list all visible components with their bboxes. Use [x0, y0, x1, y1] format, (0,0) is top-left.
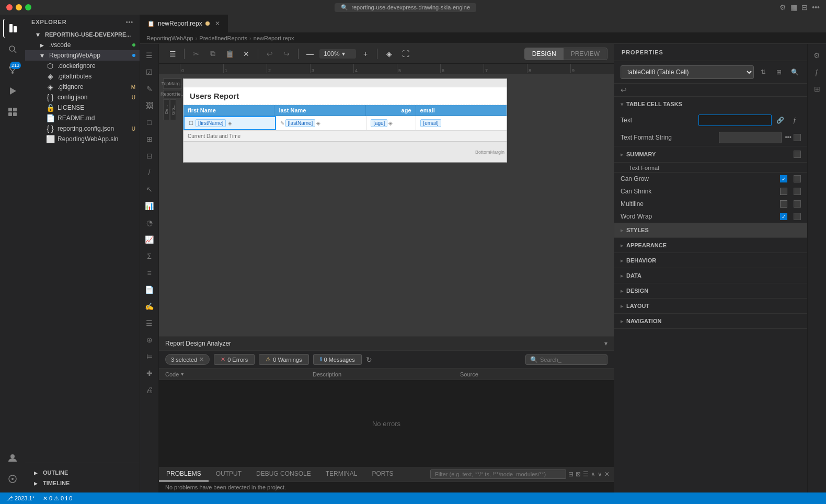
sidebar-item-license[interactable]: 🔒 LICENSE [25, 102, 140, 113]
tool-cursor-icon[interactable]: ↖ [142, 182, 157, 197]
sidebar-timeline[interactable]: ▸ TIMELINE [31, 478, 133, 488]
sidebar-item-reporting-config[interactable]: { } reporting.config.json U [25, 123, 140, 134]
fullscreen-button[interactable]: ⛶ [398, 47, 413, 61]
tab-output[interactable]: OUTPUT [209, 467, 249, 482]
split-icon[interactable]: ⊟ [801, 3, 808, 12]
chevron-down-icon[interactable]: ∨ [598, 471, 602, 478]
data-cell-email[interactable]: [email] [416, 116, 507, 130]
warnings-filter-btn[interactable]: ⚠ 0 Warnings [259, 354, 308, 365]
tab-terminal[interactable]: TERMINAL [318, 467, 365, 482]
text-input[interactable] [698, 114, 772, 126]
section-design-header[interactable]: ▸ DESIGN [614, 283, 807, 298]
undo-icon[interactable]: ↩ [621, 86, 627, 94]
zoom-selector[interactable]: 100% ▾ [319, 49, 356, 59]
tab-problems[interactable]: PROBLEMS [159, 467, 209, 482]
properties-object-select[interactable]: tableCell8 (Table Cell) [621, 65, 754, 79]
tool-sigma-icon[interactable]: Σ [142, 249, 157, 264]
selected-filter-chip[interactable]: 3 selected ✕ [165, 354, 210, 365]
hamburger-button[interactable]: ☰ [165, 47, 180, 61]
clear-icon[interactable]: ⊠ [576, 471, 581, 478]
section-appearance-header[interactable]: ▸ APPEARANCE [614, 238, 807, 253]
report-canvas-scroll[interactable]: 0 1 2 3 4 5 6 7 8 9 [159, 64, 614, 336]
data-cell-age[interactable]: [age] ◈ [366, 116, 416, 130]
word-wrap-checkbox[interactable]: ✓ [780, 213, 787, 220]
tool-trend-icon[interactable]: 📈 [142, 232, 157, 247]
data-cell-firstname[interactable]: ☐ [firstName] ◈ [183, 116, 276, 130]
tab-close-icon[interactable]: ✕ [215, 20, 220, 27]
tab-ports[interactable]: PORTS [364, 467, 400, 482]
section-layout-header[interactable]: ▸ LAYOUT [614, 299, 807, 313]
right-icon-group[interactable]: ⊞ [810, 82, 824, 96]
design-button[interactable]: DESIGN [525, 48, 564, 60]
chevron-up-icon[interactable]: ∧ [591, 471, 595, 478]
more-icon[interactable]: ••• [812, 3, 820, 12]
sidebar-item-dockerignore[interactable]: ⬡ .dockerignore [25, 61, 140, 71]
data-cell-lastname[interactable]: ✎ [lastName] ◈ [276, 116, 367, 130]
problems-filter-input[interactable] [430, 469, 566, 479]
filter-icon[interactable]: ⊟ [568, 471, 573, 478]
right-icon-settings[interactable]: ⚙ [810, 48, 824, 63]
breadcrumb-item-1[interactable]: PredefinedReports [199, 35, 247, 41]
tool-list-icon[interactable]: ≡ [142, 266, 157, 280]
messages-filter-btn[interactable]: ℹ 0 Messages [313, 354, 362, 365]
sidebar-outline[interactable]: ▸ OUTLINE [31, 467, 133, 478]
tool-list2-icon[interactable]: ☰ [142, 316, 157, 330]
tab-newreport[interactable]: 📋 newReport.repx ✕ [140, 15, 228, 32]
activity-run[interactable] [3, 82, 22, 100]
zoom-out-button[interactable]: — [303, 47, 317, 61]
report-header-row[interactable]: first Name last Name age email [183, 105, 507, 116]
settings-icon[interactable]: ⚙ [779, 3, 786, 12]
section-summary-header[interactable]: ▸ SUMMARY [614, 146, 807, 162]
maximize-button[interactable] [25, 4, 31, 10]
paste-button[interactable]: 📋 [222, 47, 237, 61]
url-bar[interactable]: 🔍 reporting-use-devexpress-drawing-skia-… [335, 3, 476, 12]
format-string-dots-icon[interactable]: ••• [785, 134, 791, 141]
redo-button[interactable]: ↪ [279, 47, 294, 61]
section-behavior-header[interactable]: ▸ BEHAVIOR [614, 253, 807, 268]
tool-print-icon[interactable]: 🖨 [142, 383, 157, 397]
can-grow-link[interactable] [794, 175, 801, 182]
text-link-icon[interactable]: 🔗 [774, 114, 786, 127]
sidebar-item-gitignore[interactable]: ◈ .gitignore M [25, 82, 140, 92]
sidebar-item-root[interactable]: ▾ REPORTING-USE-DEVEXPRE... [25, 29, 140, 40]
sidebar-item-sln[interactable]: ⬜ ReportingWebApp.sln [25, 134, 140, 144]
tool-icon-1[interactable]: ☰ [142, 48, 157, 63]
breadcrumb-item-0[interactable]: ReportingWebApp [146, 35, 193, 41]
list-icon[interactable]: ☰ [583, 471, 589, 478]
activity-account[interactable] [3, 449, 22, 467]
sidebar-item-configjson[interactable]: { } config.json U [25, 92, 140, 102]
tool-align-icon[interactable]: ⊨ [142, 349, 157, 364]
right-icon-font[interactable]: ƒ [810, 65, 824, 79]
multiline-link[interactable] [794, 200, 801, 208]
sidebar-item-readme[interactable]: 📄 README.md [25, 113, 140, 123]
section-navigation-header[interactable]: ▸ NAVIGATION [614, 314, 807, 328]
chip-close-icon[interactable]: ✕ [199, 356, 204, 363]
activity-source-control[interactable]: 213 [3, 61, 22, 79]
tool-bar-chart-icon[interactable]: 📊 [142, 199, 157, 213]
tool-edit-icon[interactable]: ✎ [142, 82, 157, 96]
minimize-button[interactable] [16, 4, 22, 10]
grid-icon[interactable]: ⊞ [773, 66, 785, 78]
preview-button[interactable]: PREVIEW [564, 48, 607, 60]
section-table-cell-tasks-header[interactable]: ▾ TABLE CELL TASKS [614, 97, 807, 111]
activity-search[interactable] [3, 40, 22, 59]
section-data-header[interactable]: ▸ DATA [614, 268, 807, 283]
tool-table-icon[interactable]: ⊞ [142, 132, 157, 146]
refresh-button[interactable]: ↻ [366, 356, 372, 364]
breadcrumb-item-2[interactable]: newReport.repx [254, 35, 294, 41]
tool-line-icon[interactable]: / [142, 165, 157, 180]
activity-extensions[interactable] [3, 102, 22, 121]
highlight-button[interactable]: ◈ [382, 47, 396, 61]
tool-crosshair-icon[interactable]: ⊕ [142, 333, 157, 347]
tool-pdf-icon[interactable]: 📄 [142, 282, 157, 297]
summary-checkbox[interactable] [794, 151, 801, 158]
sidebar-item-gitattributes[interactable]: ◈ .gitattributes [25, 71, 140, 82]
activity-explorer[interactable] [3, 19, 22, 38]
word-wrap-link[interactable] [794, 213, 801, 220]
section-styles-header[interactable]: ▸ STYLES [614, 223, 807, 237]
text-format-string-input[interactable] [719, 132, 782, 143]
analyzer-toggle-icon[interactable]: ▾ [604, 340, 607, 347]
delete-button[interactable]: ✕ [239, 47, 254, 61]
tool-checkbox-icon[interactable]: ☑ [142, 65, 157, 79]
tab-debug-console[interactable]: DEBUG CONSOLE [249, 467, 318, 482]
